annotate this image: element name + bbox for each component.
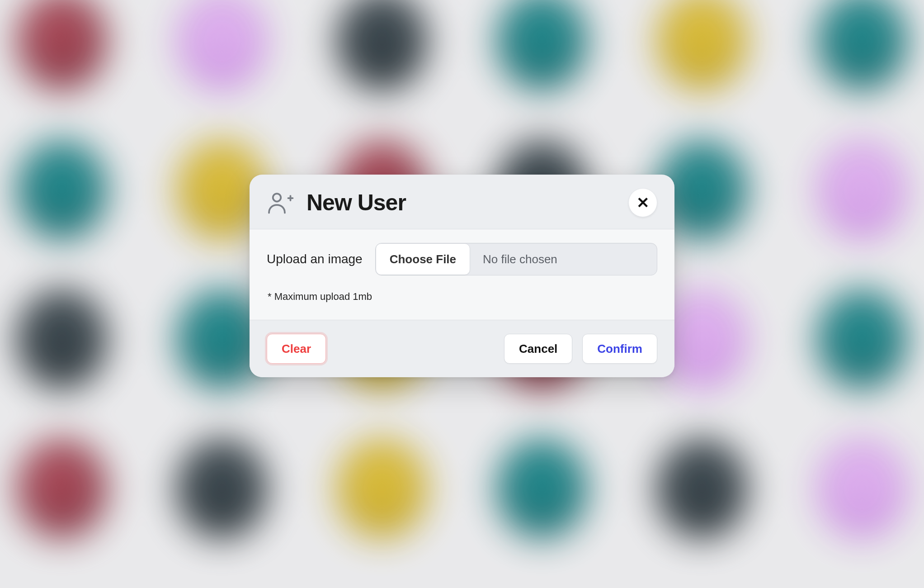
new-user-modal: New User ✕ Upload an image Choose File N… — [250, 175, 674, 377]
user-plus-icon — [267, 191, 297, 214]
clear-button[interactable]: Clear — [267, 334, 326, 364]
confirm-button[interactable]: Confirm — [582, 334, 657, 364]
modal-body: Upload an image Choose File No file chos… — [250, 229, 674, 320]
modal-title: New User — [306, 190, 406, 216]
modal-header: New User ✕ — [250, 175, 674, 229]
upload-row: Upload an image Choose File No file chos… — [267, 243, 657, 275]
cancel-button[interactable]: Cancel — [504, 334, 572, 364]
close-icon: ✕ — [636, 194, 649, 212]
close-button[interactable]: ✕ — [628, 188, 657, 217]
file-picker[interactable]: Choose File No file chosen — [375, 243, 657, 275]
modal-footer: Clear Cancel Confirm — [250, 320, 674, 377]
upload-label: Upload an image — [267, 252, 363, 266]
upload-hint: * Maximum upload 1mb — [267, 275, 657, 316]
file-chosen-status: No file chosen — [470, 252, 647, 266]
choose-file-button[interactable]: Choose File — [376, 243, 470, 275]
svg-point-0 — [273, 194, 281, 202]
